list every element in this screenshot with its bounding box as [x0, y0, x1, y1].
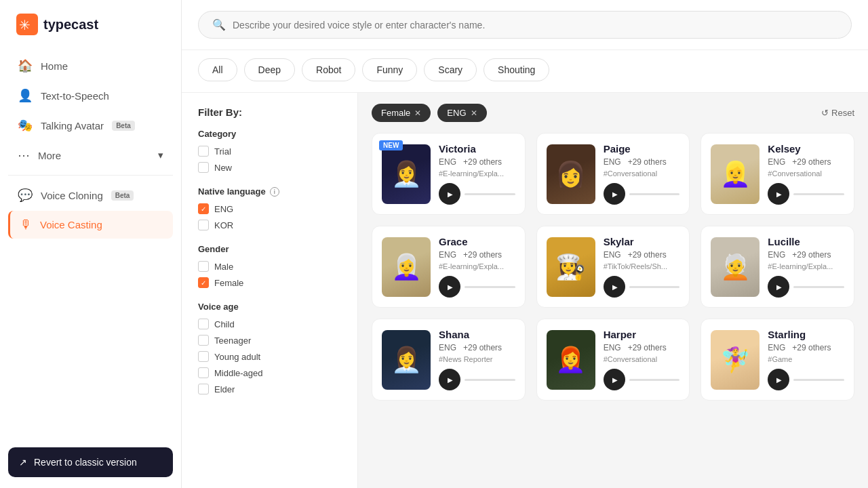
voice-card-grace[interactable]: 👩‍🦳 Grace ENG +29 others #E-learning/Exp…	[372, 226, 526, 308]
progress-bar-kelsey	[793, 193, 844, 195]
chip-shouting[interactable]: Shouting	[484, 58, 549, 81]
play-button-starling[interactable]	[768, 369, 789, 390]
male-label: Male	[214, 262, 233, 272]
voice-play-grace	[439, 276, 515, 298]
play-button-grace[interactable]	[439, 276, 460, 298]
chip-deep[interactable]: Deep	[244, 58, 295, 81]
voice-card-lucille[interactable]: 🧑‍🦳 Lucille ENG +29 others #E-learning/E…	[701, 226, 854, 308]
voice-tag-grace: #E-learning/Expla...	[439, 262, 515, 270]
voice-card-kelsey[interactable]: 👱‍♀️ Kelsey ENG +29 others #Conversation…	[701, 133, 854, 215]
elder-checkbox[interactable]	[198, 384, 209, 394]
sidebar-nav: 🏠 Home 👤 Text-to-Speech 🎭 Talking Avatar…	[0, 46, 181, 436]
remove-eng-icon[interactable]: ✕	[471, 108, 477, 118]
filter-kor[interactable]: KOR	[198, 220, 341, 230]
active-filter-eng[interactable]: ENG ✕	[437, 104, 486, 122]
trial-label: Trial	[214, 146, 231, 157]
voice-card-skylar[interactable]: 👩‍🍳 Skylar ENG +29 others #TikTok/Reels/…	[536, 226, 690, 308]
filter-eng[interactable]: ENG	[198, 203, 341, 214]
chip-all[interactable]: All	[198, 58, 237, 81]
active-filter-female[interactable]: Female ✕	[372, 104, 431, 122]
cloning-beta-badge: Beta	[111, 190, 134, 201]
voice-play-paige	[604, 183, 680, 205]
sidebar-item-more[interactable]: ⋯ More ▾	[8, 141, 173, 169]
sidebar-item-cloning-label: Voice Cloning	[41, 190, 103, 201]
voice-card-shana[interactable]: 👩‍💼 Shana ENG +29 others #News Reporter	[372, 319, 526, 401]
middle-aged-checkbox[interactable]	[198, 367, 209, 378]
elder-label: Elder	[214, 384, 235, 394]
progress-bar-paige	[629, 193, 680, 195]
voice-tag-paige: #Conversational	[604, 169, 680, 178]
sidebar: ✳ typecast 🏠 Home 👤 Text-to-Speech 🎭 Tal…	[0, 0, 182, 488]
search-bar: 🔍	[198, 11, 852, 39]
voice-tag-shana: #News Reporter	[439, 355, 515, 363]
sidebar-item-voice-casting[interactable]: 🎙 Voice Casting	[8, 211, 173, 239]
chip-robot[interactable]: Robot	[302, 58, 355, 81]
play-button-harper[interactable]	[604, 369, 625, 390]
play-button-shana[interactable]	[439, 369, 460, 390]
teenager-checkbox[interactable]	[198, 335, 209, 346]
sidebar-item-tts[interactable]: 👤 Text-to-Speech	[8, 81, 173, 110]
play-button-victoria[interactable]	[439, 183, 460, 205]
chip-funny[interactable]: Funny	[362, 58, 417, 81]
voice-card-starling[interactable]: 🧚‍♀️ Starling ENG +29 others #Game	[701, 319, 854, 401]
filter-young-adult[interactable]: Young adult	[198, 351, 341, 362]
sidebar-item-voice-cloning[interactable]: 💬 Voice Cloning Beta	[8, 181, 173, 209]
active-filters-bar: Female ✕ ENG ✕ ↺ Reset	[372, 104, 854, 122]
filter-panel-title: Filter By:	[198, 106, 341, 118]
sidebar-item-home[interactable]: 🏠 Home	[8, 52, 173, 80]
filter-child[interactable]: Child	[198, 319, 341, 329]
revert-icon: ↗	[19, 457, 27, 468]
voice-play-shana	[439, 369, 515, 390]
new-checkbox[interactable]	[198, 162, 209, 173]
reset-icon: ↺	[821, 108, 829, 118]
voice-avatar-victoria: 👩‍💼	[382, 144, 431, 204]
filter-new[interactable]: New	[198, 162, 341, 173]
voice-play-victoria	[439, 183, 515, 205]
voice-info-lucille: Lucille ENG +29 others #E-learning/Expla…	[768, 236, 844, 298]
filter-trial[interactable]: Trial	[198, 146, 341, 157]
search-input[interactable]	[233, 20, 837, 30]
chip-scary[interactable]: Scary	[424, 58, 477, 81]
play-button-kelsey[interactable]	[768, 183, 789, 205]
progress-bar-skylar	[629, 286, 680, 288]
logo: ✳ typecast	[0, 0, 181, 46]
kor-checkbox[interactable]	[198, 220, 209, 230]
play-button-lucille[interactable]	[768, 276, 789, 298]
child-checkbox[interactable]	[198, 319, 209, 329]
remove-female-icon[interactable]: ✕	[414, 108, 421, 118]
reset-button[interactable]: ↺ Reset	[821, 108, 854, 118]
filter-male[interactable]: Male	[198, 261, 341, 272]
play-button-paige[interactable]	[604, 183, 625, 205]
filter-female[interactable]: Female	[198, 277, 341, 288]
voice-name-starling: Starling	[768, 329, 844, 340]
voice-card-victoria[interactable]: NEW 👩‍💼 Victoria ENG +29 others #E-learn…	[372, 133, 526, 215]
play-button-skylar[interactable]	[604, 276, 625, 298]
filter-middle-aged[interactable]: Middle-aged	[198, 367, 341, 378]
filter-elder[interactable]: Elder	[198, 384, 341, 394]
eng-checkbox[interactable]	[198, 203, 209, 214]
female-checkbox[interactable]	[198, 277, 209, 288]
voice-casting-icon: 🎙	[20, 218, 32, 232]
voice-card-harper[interactable]: 👩‍🦰 Harper ENG +29 others #Conversationa…	[536, 319, 690, 401]
male-checkbox[interactable]	[198, 261, 209, 272]
voice-lang-grace: ENG +29 others	[439, 250, 515, 260]
voice-info-shana: Shana ENG +29 others #News Reporter	[439, 329, 515, 390]
filter-chips: All Deep Robot Funny Scary Shouting	[182, 50, 868, 93]
sidebar-item-more-label: More	[38, 150, 61, 161]
young-adult-checkbox[interactable]	[198, 351, 209, 362]
revert-button[interactable]: ↗ Revert to classic version	[8, 447, 173, 477]
female-label: Female	[214, 278, 243, 288]
voice-lang-shana: ENG +29 others	[439, 343, 515, 352]
voice-grid-area: Female ✕ ENG ✕ ↺ Reset NEW 👩‍💼 Victori	[358, 93, 868, 488]
trial-checkbox[interactable]	[198, 146, 209, 157]
voice-lang-harper: ENG +29 others	[604, 343, 680, 352]
sidebar-item-tts-label: Text-to-Speech	[41, 90, 109, 102]
filter-teenager[interactable]: Teenager	[198, 335, 341, 346]
filter-section-gender: Gender Male Female	[198, 244, 341, 288]
voice-info-kelsey: Kelsey ENG +29 others #Conversational	[768, 143, 844, 205]
voice-name-kelsey: Kelsey	[768, 143, 844, 155]
sidebar-item-avatar[interactable]: 🎭 Talking Avatar Beta	[8, 111, 173, 140]
voice-card-paige[interactable]: 👩 Paige ENG +29 others #Conversational	[536, 133, 690, 215]
voice-avatar-lucille: 🧑‍🦳	[711, 237, 760, 297]
voice-lang-paige: ENG +29 others	[604, 157, 680, 167]
